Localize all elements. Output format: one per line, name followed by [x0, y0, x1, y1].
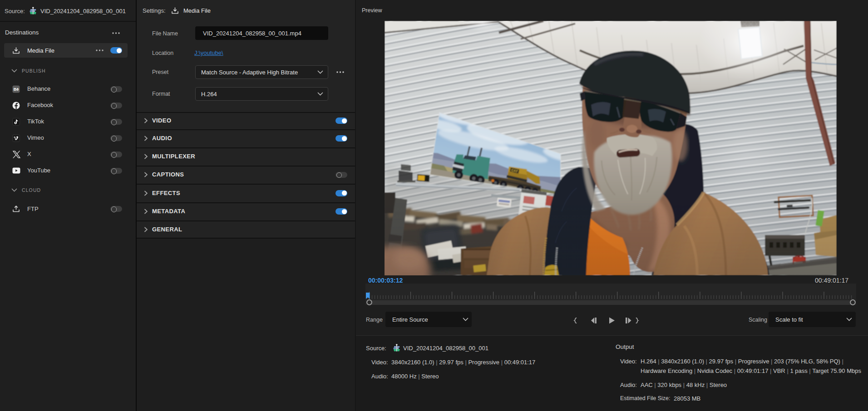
svg-text:Bē: Bē [14, 87, 19, 92]
